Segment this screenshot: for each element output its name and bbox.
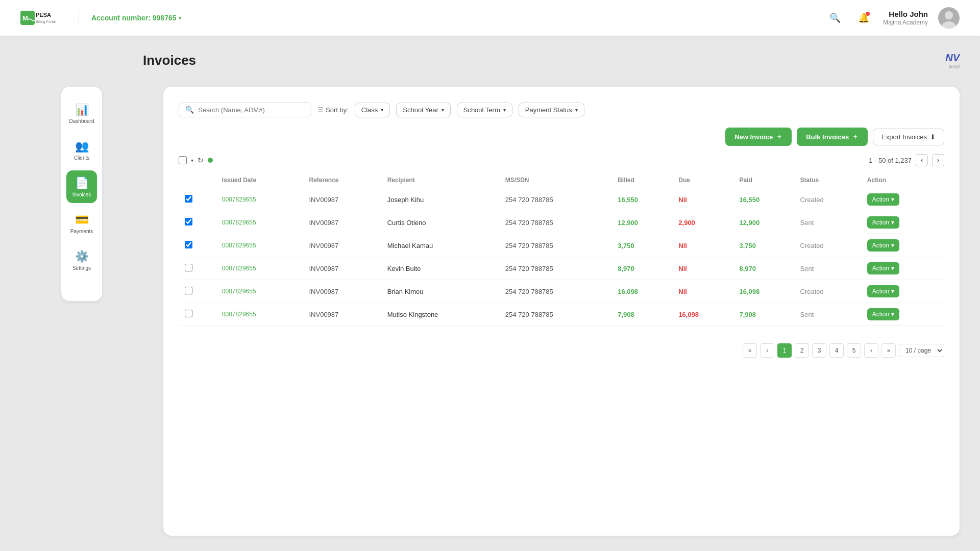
filter-school-year-btn[interactable]: School Year ▾	[396, 103, 450, 117]
chevron-down-icon: ▾	[891, 288, 894, 295]
new-invoice-button[interactable]: New Invoice ＋	[725, 128, 792, 146]
refresh-icon[interactable]: ↻	[198, 156, 204, 164]
row-action[interactable]: Action ▾	[861, 234, 944, 257]
notifications-button[interactable]: 🔔	[854, 9, 873, 27]
row-billed: 7,908	[611, 303, 672, 326]
row-action[interactable]: Action ▾	[861, 280, 944, 303]
chevron-down-icon: ▾	[891, 219, 894, 226]
row-msisdn: 254 720 788785	[499, 188, 611, 211]
svg-text:PESA: PESA	[36, 12, 51, 18]
sidebar-item-dashboard[interactable]: 📊 Dashboard	[66, 97, 97, 130]
row-action[interactable]: Action ▾	[861, 211, 944, 234]
row-action[interactable]: Action ▾	[861, 257, 944, 280]
row-checkbox[interactable]	[185, 218, 192, 226]
page-5-button[interactable]: 5	[847, 343, 861, 358]
avatar[interactable]	[938, 7, 960, 29]
action-dropdown-button[interactable]: Action ▾	[867, 285, 899, 297]
row-msisdn: 254 720 788785	[499, 303, 611, 326]
page-2-button[interactable]: 2	[795, 343, 809, 358]
sidebar-item-settings[interactable]: ⚙️ Settings	[66, 244, 97, 277]
page-3-button[interactable]: 3	[812, 343, 826, 358]
action-dropdown-button[interactable]: Action ▾	[867, 193, 899, 206]
chevron-down-icon: ▾	[891, 265, 894, 272]
row-paid: 8,970	[733, 257, 794, 280]
account-number-label: Account number: 998765 ▾	[91, 14, 181, 22]
search-button[interactable]: 🔍	[826, 9, 844, 27]
action-dropdown-button[interactable]: Action ▾	[867, 262, 899, 274]
row-checkbox-cell[interactable]	[179, 188, 216, 211]
search-icon-small: 🔍	[185, 106, 194, 114]
row-action[interactable]: Action ▾	[861, 188, 944, 211]
row-checkbox[interactable]	[185, 241, 192, 248]
row-checkbox-cell[interactable]	[179, 257, 216, 280]
search-box: 🔍	[179, 102, 311, 117]
table-controls: ▾ ↻ 1 - 50 of 1,237 ‹ ›	[179, 154, 944, 166]
chevron-down-icon: ▾	[179, 15, 181, 21]
action-dropdown-button[interactable]: Action ▾	[867, 308, 899, 320]
action-buttons: New Invoice ＋ Bulk Invoices ＋ Export Inv…	[179, 128, 944, 146]
row-checkbox[interactable]	[185, 287, 192, 294]
row-checkbox[interactable]	[185, 195, 192, 203]
sidebar-item-payments[interactable]: 💳 Payments	[66, 207, 97, 240]
filter-class-btn[interactable]: Class ▾	[355, 103, 390, 117]
row-status: Created	[794, 280, 861, 303]
row-reference: INV00987	[303, 303, 381, 326]
mpesa-logo-svg: M PESA Billing Portal	[20, 7, 66, 29]
status-dot	[208, 158, 213, 163]
next-page-small-button[interactable]: ›	[932, 154, 944, 166]
row-issued-date: 0007829655	[216, 188, 303, 211]
row-checkbox[interactable]	[185, 310, 192, 317]
first-page-button[interactable]: «	[743, 343, 757, 358]
row-issued-date: 0007829655	[216, 303, 303, 326]
page-4-button[interactable]: 4	[829, 343, 844, 358]
chevron-down-icon: ▾	[575, 107, 578, 113]
account-dropdown[interactable]: 998765 ▾	[153, 14, 181, 22]
plus-icon: ＋	[776, 132, 782, 141]
sidebar-item-clients[interactable]: 👥 Clients	[66, 134, 97, 166]
table-row: 0007829655 INV00987 Curtis Otieno 254 72…	[179, 211, 944, 234]
row-recipient: Michael Kamau	[381, 234, 499, 257]
chevron-down-icon: ▾	[503, 107, 506, 113]
last-page-button[interactable]: »	[881, 343, 896, 358]
action-dropdown-button[interactable]: Action ▾	[867, 239, 899, 252]
navbar: M PESA Billing Portal Account number: 99…	[0, 0, 980, 36]
row-status: Sent	[794, 257, 861, 280]
sidebar-item-invoices[interactable]: 📄 Invoices	[66, 170, 97, 203]
col-billed: Billed	[611, 172, 672, 188]
clients-icon: 👥	[75, 140, 89, 153]
search-input[interactable]	[198, 106, 305, 114]
content-area: 🔍 ☰ Sort by: Class ▾ School Year ▾ Schoo…	[163, 87, 960, 536]
prev-page-button[interactable]: ‹	[760, 343, 774, 358]
row-msisdn: 254 720 788785	[499, 234, 611, 257]
per-page-select[interactable]: 10 / page 25 / page 50 / page	[899, 344, 944, 357]
bulk-invoices-button[interactable]: Bulk Invoices ＋	[797, 128, 868, 146]
next-page-button[interactable]: ›	[864, 343, 878, 358]
invoices-icon: 📄	[75, 177, 89, 190]
col-msisdn: MS/SDN	[499, 172, 611, 188]
action-dropdown-button[interactable]: Action ▾	[867, 216, 899, 229]
row-checkbox-cell[interactable]	[179, 280, 216, 303]
col-paid: Paid	[733, 172, 794, 188]
row-checkbox-cell[interactable]	[179, 211, 216, 234]
row-checkbox-cell[interactable]	[179, 303, 216, 326]
select-all-checkbox[interactable]	[179, 156, 187, 164]
page-1-button[interactable]: 1	[777, 343, 792, 358]
row-action[interactable]: Action ▾	[861, 303, 944, 326]
row-msisdn: 254 720 788785	[499, 211, 611, 234]
filter-school-term-btn[interactable]: School Term ▾	[457, 103, 512, 117]
row-paid: 3,750	[733, 234, 794, 257]
svg-text:Billing Portal: Billing Portal	[36, 20, 56, 24]
prev-page-small-button[interactable]: ‹	[916, 154, 928, 166]
invoices-table: Issued Date Reference Recipient MS/SDN B…	[179, 172, 944, 326]
filter-payment-status-btn[interactable]: Payment Status ▾	[519, 103, 584, 117]
row-due: Nil	[672, 257, 733, 280]
account-number-value: 998765	[153, 14, 177, 22]
row-recipient: Mutiso Kingstone	[381, 303, 499, 326]
col-due: Due	[672, 172, 733, 188]
row-recipient: Joseph Kihu	[381, 188, 499, 211]
row-checkbox[interactable]	[185, 264, 192, 271]
row-paid: 12,900	[733, 211, 794, 234]
export-invoices-button[interactable]: Export Invoices ⬇	[873, 129, 944, 145]
avatar-image	[938, 7, 960, 29]
row-checkbox-cell[interactable]	[179, 234, 216, 257]
